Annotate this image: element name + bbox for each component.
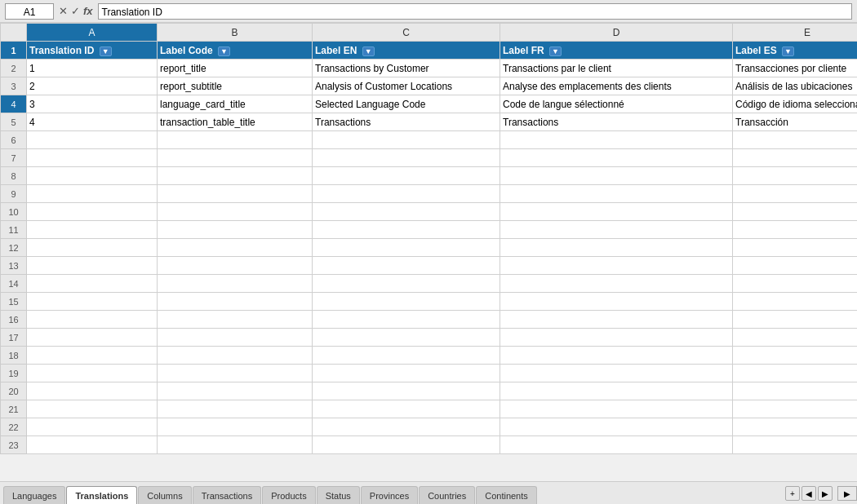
empty-cell[interactable] [313, 131, 500, 149]
empty-cell[interactable] [158, 347, 313, 365]
cell-B2[interactable]: report_title [158, 60, 313, 77]
empty-cell[interactable] [733, 436, 858, 454]
cell-D4[interactable]: Code de langue sélectionné [500, 95, 733, 113]
tab-countries[interactable]: Countries [419, 486, 475, 504]
empty-cell[interactable] [733, 347, 858, 365]
empty-cell[interactable] [27, 311, 158, 329]
empty-cell[interactable] [313, 365, 500, 382]
empty-cell[interactable] [27, 347, 158, 365]
formula-input[interactable]: Translation ID [98, 3, 852, 20]
empty-cell[interactable] [733, 311, 858, 329]
empty-cell[interactable] [158, 149, 313, 167]
empty-cell[interactable] [27, 329, 158, 347]
empty-cell[interactable] [500, 167, 733, 185]
cell-C4[interactable]: Selected Language Code [313, 95, 500, 113]
empty-cell[interactable] [27, 436, 158, 454]
tab-products[interactable]: Products [262, 486, 315, 504]
empty-cell[interactable] [27, 400, 158, 418]
empty-cell[interactable] [313, 418, 500, 436]
empty-cell[interactable] [158, 436, 313, 454]
cell-B4[interactable]: language_card_title [158, 95, 313, 113]
empty-cell[interactable] [158, 167, 313, 185]
cell-E3[interactable]: Análisis de las ubicaciones [733, 77, 858, 95]
horizontal-scrollbar[interactable]: ▶ [837, 486, 857, 501]
empty-cell[interactable] [500, 149, 733, 167]
cell-D5[interactable]: Transactions [500, 113, 733, 131]
cell-C5[interactable]: Transactions [313, 113, 500, 131]
empty-cell[interactable] [500, 185, 733, 203]
tab-translations[interactable]: Translations [66, 486, 137, 504]
empty-cell[interactable] [27, 275, 158, 293]
empty-cell[interactable] [500, 311, 733, 329]
empty-cell[interactable] [500, 365, 733, 382]
col-header-D[interactable]: D [500, 24, 733, 42]
empty-cell[interactable] [27, 185, 158, 203]
empty-cell[interactable] [500, 239, 733, 257]
empty-cell[interactable] [158, 275, 313, 293]
empty-cell[interactable] [27, 418, 158, 436]
cell-B1[interactable]: Label Code ▼ [158, 42, 313, 60]
empty-cell[interactable] [733, 239, 858, 257]
empty-cell[interactable] [313, 149, 500, 167]
cell-D3[interactable]: Analyse des emplacements des clients [500, 77, 733, 95]
cell-A4[interactable]: 3 [27, 95, 158, 113]
cell-A3[interactable]: 2 [27, 77, 158, 95]
empty-cell[interactable] [500, 221, 733, 239]
cell-B3[interactable]: report_subtitle [158, 77, 313, 95]
empty-cell[interactable] [733, 149, 858, 167]
empty-cell[interactable] [158, 221, 313, 239]
filter-D-icon[interactable]: ▼ [549, 46, 562, 56]
empty-cell[interactable] [313, 257, 500, 275]
empty-cell[interactable] [313, 239, 500, 257]
empty-cell[interactable] [158, 418, 313, 436]
empty-cell[interactable] [158, 293, 313, 311]
empty-cell[interactable] [313, 293, 500, 311]
tab-columns[interactable]: Columns [138, 486, 191, 504]
empty-cell[interactable] [27, 293, 158, 311]
empty-cell[interactable] [27, 167, 158, 185]
filter-B-icon[interactable]: ▼ [218, 46, 230, 56]
empty-cell[interactable] [733, 131, 858, 149]
empty-cell[interactable] [733, 167, 858, 185]
empty-cell[interactable] [27, 149, 158, 167]
empty-cell[interactable] [313, 436, 500, 454]
empty-cell[interactable] [158, 131, 313, 149]
empty-cell[interactable] [313, 329, 500, 347]
cell-B5[interactable]: transaction_table_title [158, 113, 313, 131]
empty-cell[interactable] [158, 257, 313, 275]
col-header-E[interactable]: E [733, 24, 858, 42]
empty-cell[interactable] [158, 400, 313, 418]
empty-cell[interactable] [733, 257, 858, 275]
empty-cell[interactable] [500, 436, 733, 454]
empty-cell[interactable] [158, 382, 313, 400]
scroll-tabs-right[interactable]: ▶ [818, 486, 833, 501]
empty-cell[interactable] [733, 221, 858, 239]
empty-cell[interactable] [27, 382, 158, 400]
empty-cell[interactable] [313, 400, 500, 418]
tab-continents[interactable]: Continents [476, 486, 537, 504]
scroll-tabs-left[interactable]: ◀ [801, 486, 816, 501]
empty-cell[interactable] [313, 275, 500, 293]
filter-A-icon[interactable]: ▼ [100, 46, 112, 56]
cell-E5[interactable]: Transacción [733, 113, 858, 131]
empty-cell[interactable] [733, 400, 858, 418]
empty-cell[interactable] [500, 400, 733, 418]
cell-A2[interactable]: 1 [27, 60, 158, 77]
empty-cell[interactable] [158, 239, 313, 257]
empty-cell[interactable] [733, 203, 858, 221]
empty-cell[interactable] [500, 131, 733, 149]
add-sheet-button[interactable]: + [785, 486, 800, 501]
empty-cell[interactable] [27, 257, 158, 275]
empty-cell[interactable] [733, 185, 858, 203]
empty-cell[interactable] [27, 239, 158, 257]
empty-cell[interactable] [158, 203, 313, 221]
empty-cell[interactable] [500, 347, 733, 365]
empty-cell[interactable] [27, 131, 158, 149]
cell-D1[interactable]: Label FR ▼ [500, 42, 733, 60]
cell-E4[interactable]: Código de idioma seleccionado [733, 95, 858, 113]
empty-cell[interactable] [27, 221, 158, 239]
empty-cell[interactable] [733, 275, 858, 293]
empty-cell[interactable] [733, 293, 858, 311]
empty-cell[interactable] [500, 203, 733, 221]
empty-cell[interactable] [500, 257, 733, 275]
